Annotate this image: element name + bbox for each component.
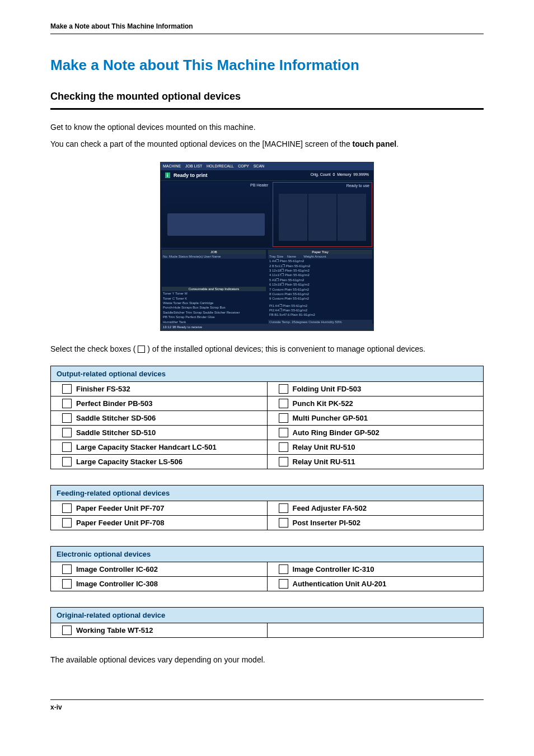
panel-bottom-bar: 13:12 38 Ready to receive <box>161 324 373 330</box>
device-checkbox[interactable] <box>62 442 72 452</box>
closing-note: The available optional devices vary depe… <box>50 654 484 666</box>
job-column: JOB No. Mode Status Minute(s) User Name … <box>162 250 266 326</box>
table-cell: Large Capacity Stacker LS-506 <box>51 454 268 469</box>
device-checkbox[interactable] <box>279 457 288 466</box>
output-devices-table: Output-related optional devices Finisher… <box>50 366 484 469</box>
device-label: Feed Adjuster FA-502 <box>293 504 367 512</box>
table-row: Paper Feeder Unit PF-707Feed Adjuster FA… <box>51 501 484 515</box>
table-row: Finisher FS-532Folding Unit FD-503 <box>51 381 484 396</box>
original-devices-table: Original-related optional device Working… <box>50 607 484 638</box>
table-row: Saddle Stitcher SD-506Multi Puncher GP-5… <box>51 410 484 425</box>
device-checkbox[interactable] <box>279 518 288 528</box>
device-label: Folding Unit FD-503 <box>293 385 362 393</box>
device-checkbox[interactable] <box>279 428 288 437</box>
table-row: Large Capacity Stacker LS-506Relay Unit … <box>51 454 484 469</box>
device-label: Saddle Stitcher SD-506 <box>76 414 156 422</box>
device-checkbox[interactable] <box>279 384 288 394</box>
panel-tabs: MACHINE JOB LIST HOLD/RECALL COPY SCAN <box>161 162 373 170</box>
table-row: Image Controller IC-308Authentication Un… <box>51 576 484 591</box>
machine-illustration-right: Ready to use <box>273 182 372 247</box>
table-cell: Finisher FS-532 <box>51 381 268 396</box>
device-label: Relay Unit RU-510 <box>293 443 355 451</box>
table-cell: Saddle Stitcher SD-506 <box>51 410 268 425</box>
device-checkbox[interactable] <box>279 442 288 452</box>
table-cell: Authentication Unit AU-201 <box>267 576 484 591</box>
table-cell: Post Inserter PI-502 <box>267 515 484 530</box>
table-cell: Paper Feeder Unit PF-708 <box>51 515 268 530</box>
device-checkbox[interactable] <box>62 564 72 574</box>
device-label: Paper Feeder Unit PF-707 <box>76 504 165 512</box>
device-label: Image Controller IC-602 <box>76 565 158 573</box>
table-header: Original-related optional device <box>51 607 484 623</box>
device-checkbox[interactable] <box>62 384 72 394</box>
table-cell: Image Controller IC-602 <box>51 562 268 576</box>
intro-2a: You can check a part of the mounted opti… <box>50 139 353 148</box>
intro-line-1: Get to know the optional devices mounted… <box>50 121 484 133</box>
device-checkbox[interactable] <box>62 503 72 513</box>
page-footer: x-iv <box>50 699 484 711</box>
device-label: Auto Ring Binder GP-502 <box>293 428 380 437</box>
table-row: Image Controller IC-602Image Controller … <box>51 562 484 576</box>
device-checkbox[interactable] <box>62 413 72 423</box>
device-checkbox[interactable] <box>279 399 288 408</box>
table-cell: Relay Unit RU-510 <box>267 440 484 454</box>
table-cell: Auto Ring Binder GP-502 <box>267 425 484 440</box>
table-cell: Paper Feeder Unit PF-707 <box>51 501 268 515</box>
device-label: Post Inserter PI-502 <box>293 519 360 527</box>
device-label: Authentication Unit AU-201 <box>293 580 387 588</box>
table-cell-empty <box>267 623 484 637</box>
device-checkbox[interactable] <box>279 413 288 423</box>
device-label: Large Capacity Stacker Handcart LC-501 <box>76 443 217 451</box>
device-label: Image Controller IC-310 <box>293 565 374 573</box>
section-title: Checking the mounted optional devices <box>50 91 484 110</box>
electronic-devices-table: Electronic optional devices Image Contro… <box>50 546 484 591</box>
table-header: Feeding-related optional devices <box>51 485 484 501</box>
table-cell: Feed Adjuster FA-502 <box>267 501 484 515</box>
device-checkbox[interactable] <box>62 626 72 635</box>
device-label: Image Controller IC-308 <box>76 580 158 588</box>
table-row: Paper Feeder Unit PF-708Post Inserter PI… <box>51 515 484 530</box>
table-cell: Relay Unit RU-511 <box>267 454 484 469</box>
device-label: Paper Feeder Unit PF-708 <box>76 519 165 527</box>
device-checkbox[interactable] <box>279 564 288 574</box>
intro-2-bold: touch panel <box>353 139 397 148</box>
device-label: Large Capacity Stacker LS-506 <box>76 458 182 466</box>
table-header: Electronic optional devices <box>51 546 484 562</box>
device-label: Multi Puncher GP-501 <box>293 414 368 422</box>
table-cell: Multi Puncher GP-501 <box>267 410 484 425</box>
table-row: Saddle Stitcher SD-510Auto Ring Binder G… <box>51 425 484 440</box>
machine-panel: MACHINE JOB LIST HOLD/RECALL COPY SCAN i… <box>160 162 374 331</box>
table-cell: Working Table WT-512 <box>51 623 268 637</box>
table-header: Output-related optional devices <box>51 366 484 381</box>
intro-2c: . <box>396 139 399 148</box>
toner-list: Toner Y Toner MToner C Toner KWaste Tone… <box>162 291 266 324</box>
table-cell: Saddle Stitcher SD-510 <box>51 425 268 440</box>
table-row: Perfect Binder PB-503Punch Kit PK-522 <box>51 396 484 410</box>
table-row: Working Table WT-512 <box>51 623 484 637</box>
device-label: Perfect Binder PB-503 <box>76 399 153 408</box>
checkbox-instruction: Select the check boxes ( ) of the instal… <box>50 344 484 353</box>
device-label: Punch Kit PK-522 <box>293 399 353 408</box>
checkbox-icon <box>138 346 145 353</box>
device-label: Finisher FS-532 <box>76 385 130 393</box>
table-cell: Image Controller IC-310 <box>267 562 484 576</box>
feeding-devices-table: Feeding-related optional devices Paper F… <box>50 485 484 530</box>
table-row: Large Capacity Stacker Handcart LC-501Re… <box>51 440 484 454</box>
device-checkbox[interactable] <box>62 518 72 528</box>
table-cell: Folding Unit FD-503 <box>267 381 484 396</box>
screenshot-container: MACHINE JOB LIST HOLD/RECALL COPY SCAN i… <box>50 162 484 333</box>
device-checkbox[interactable] <box>62 428 72 437</box>
running-header: Make a Note about This Machine Informati… <box>50 22 484 34</box>
device-checkbox[interactable] <box>62 399 72 408</box>
intro-line-2: You can check a part of the mounted opti… <box>50 138 484 150</box>
page-title: Make a Note about This Machine Informati… <box>50 57 484 74</box>
table-cell: Perfect Binder PB-503 <box>51 396 268 410</box>
device-checkbox[interactable] <box>62 457 72 466</box>
device-checkbox[interactable] <box>279 579 288 589</box>
device-label: Working Table WT-512 <box>76 626 153 634</box>
table-cell: Punch Kit PK-522 <box>267 396 484 410</box>
device-checkbox[interactable] <box>279 503 288 513</box>
device-checkbox[interactable] <box>62 579 72 589</box>
table-cell: Large Capacity Stacker Handcart LC-501 <box>51 440 268 454</box>
table-cell: Image Controller IC-308 <box>51 576 268 591</box>
